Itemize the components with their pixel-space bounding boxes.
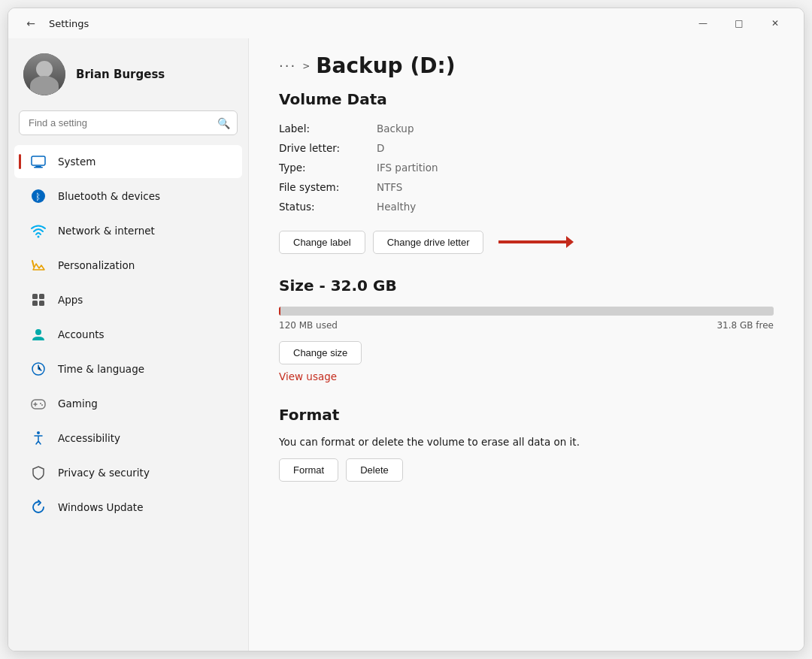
arrow-annotation	[491, 230, 574, 254]
change-drive-letter-button[interactable]: Change drive letter	[373, 231, 484, 254]
drive-letter-val: D	[377, 140, 774, 156]
svg-point-14	[41, 404, 43, 406]
maximize-button[interactable]: □	[723, 11, 756, 35]
filesystem-val: NTFS	[377, 179, 774, 195]
sidebar-item-network[interactable]: Network & internet	[14, 214, 242, 247]
svg-point-10	[35, 329, 41, 335]
label-key: Label:	[279, 120, 377, 137]
settings-window: ← Settings — □ ✕ Brian Burgess 🔍	[8, 8, 804, 651]
sidebar-item-accounts-label: Accounts	[58, 328, 105, 340]
svg-text:ᛒ: ᛒ	[35, 192, 41, 202]
sidebar-item-personalization[interactable]: Personalization	[14, 249, 242, 282]
sidebar-item-privacy[interactable]: Privacy & security	[14, 456, 242, 489]
svg-point-13	[40, 403, 41, 404]
network-icon	[29, 222, 47, 240]
sidebar-item-apps[interactable]: Apps	[14, 283, 242, 316]
size-buttons-row: Change size	[279, 341, 774, 364]
search-input[interactable]	[19, 110, 238, 135]
drive-letter-key: Drive letter:	[279, 140, 377, 156]
main-content: ··· > Backup (D:) Volume Data Label: Bac…	[249, 38, 804, 651]
avatar	[23, 53, 65, 95]
svg-marker-17	[566, 236, 574, 248]
titlebar-left: ← Settings	[20, 13, 89, 34]
filesystem-key: File system:	[279, 179, 377, 195]
view-usage-link[interactable]: View usage	[279, 370, 337, 382]
sidebar-item-system[interactable]: System	[14, 145, 242, 178]
user-name: Brian Burgess	[76, 68, 165, 81]
format-buttons-row: Format Delete	[279, 458, 774, 482]
svg-rect-2	[34, 167, 43, 168]
user-section: Brian Burgess	[8, 46, 248, 110]
apps-icon	[29, 291, 47, 309]
sidebar-item-privacy-label: Privacy & security	[58, 467, 150, 479]
size-section: Size - 32.0 GB 120 MB used 31.8 GB free …	[279, 277, 774, 383]
svg-rect-9	[39, 301, 44, 306]
sidebar-item-apps-label: Apps	[58, 294, 83, 306]
sidebar-item-time[interactable]: Time & language	[14, 352, 242, 385]
status-val: Healthy	[377, 198, 774, 215]
sidebar-item-accounts[interactable]: Accounts	[14, 318, 242, 351]
volume-data-title: Volume Data	[279, 90, 774, 108]
time-icon	[29, 360, 47, 378]
sidebar-item-gaming-label: Gaming	[58, 398, 98, 410]
sidebar-item-accessibility-label: Accessibility	[58, 432, 120, 444]
page-title: Backup (D:)	[316, 53, 455, 78]
back-button[interactable]: ←	[20, 13, 41, 34]
type-key: Type:	[279, 159, 377, 176]
change-size-button[interactable]: Change size	[279, 341, 362, 364]
format-button[interactable]: Format	[279, 458, 338, 482]
sidebar-item-network-label: Network & internet	[58, 225, 155, 237]
gaming-icon	[29, 394, 47, 413]
size-bar-container	[279, 307, 774, 316]
active-indicator	[19, 154, 21, 169]
sidebar-item-accessibility[interactable]: Accessibility	[14, 422, 242, 455]
type-val: IFS partition	[377, 159, 774, 176]
close-button[interactable]: ✕	[759, 11, 792, 35]
sidebar-item-bluetooth[interactable]: ᛒ Bluetooth & devices	[14, 180, 242, 213]
content-area: Brian Burgess 🔍 System	[8, 38, 804, 651]
window-title: Settings	[49, 18, 89, 29]
accounts-icon	[29, 325, 47, 343]
sidebar-item-update-label: Windows Update	[58, 501, 143, 513]
window-controls: — □ ✕	[686, 11, 792, 35]
titlebar: ← Settings — □ ✕	[8, 8, 804, 38]
sidebar-item-update[interactable]: Windows Update	[14, 491, 242, 524]
volume-info-table: Label: Backup Drive letter: D Type: IFS …	[279, 120, 774, 215]
format-section: Format You can format or delete the volu…	[279, 406, 774, 482]
delete-button[interactable]: Delete	[346, 458, 403, 482]
breadcrumb-chevron: >	[302, 61, 310, 71]
volume-data-section: Volume Data Label: Backup Drive letter: …	[279, 90, 774, 254]
sidebar-item-gaming[interactable]: Gaming	[14, 387, 242, 420]
svg-rect-8	[32, 301, 38, 306]
update-icon	[29, 498, 47, 516]
format-description: You can format or delete the volume to e…	[279, 436, 774, 448]
search-box: 🔍	[19, 110, 238, 135]
system-icon	[29, 153, 47, 171]
label-val: Backup	[377, 120, 774, 137]
sidebar-item-system-label: System	[58, 156, 95, 168]
used-label: 120 MB used	[279, 320, 338, 331]
privacy-icon	[29, 464, 47, 482]
svg-rect-7	[39, 294, 44, 299]
personalization-icon	[29, 256, 47, 274]
volume-buttons-row: Change label Change drive letter	[279, 230, 774, 254]
sidebar-item-personalization-label: Personalization	[58, 259, 135, 271]
size-labels: 120 MB used 31.8 GB free	[279, 320, 774, 331]
svg-rect-0	[32, 156, 45, 165]
accessibility-icon	[29, 429, 47, 447]
size-title: Size - 32.0 GB	[279, 277, 774, 295]
sidebar: Brian Burgess 🔍 System	[8, 38, 249, 651]
search-icon: 🔍	[217, 117, 230, 129]
red-arrow-icon	[491, 230, 574, 254]
svg-point-15	[37, 431, 40, 434]
breadcrumb-dots: ···	[279, 58, 296, 74]
status-key: Status:	[279, 198, 377, 215]
change-label-button[interactable]: Change label	[279, 231, 365, 254]
svg-point-5	[38, 236, 40, 238]
free-label: 31.8 GB free	[717, 320, 774, 331]
bluetooth-icon: ᛒ	[29, 187, 47, 205]
minimize-button[interactable]: —	[686, 11, 720, 35]
sidebar-item-bluetooth-label: Bluetooth & devices	[58, 190, 160, 202]
breadcrumb: ··· > Backup (D:)	[279, 53, 774, 78]
format-title: Format	[279, 406, 774, 424]
